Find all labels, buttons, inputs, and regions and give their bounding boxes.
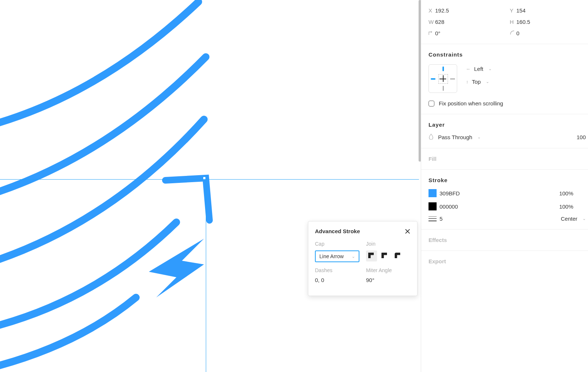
- stroke-title: Stroke: [429, 177, 588, 183]
- h-input[interactable]: 160.5: [516, 19, 538, 25]
- stroke-section: Stroke 309BFD 100% 000000 100% 5 Center⌄: [421, 170, 588, 230]
- export-section: Export: [421, 251, 588, 272]
- opacity-input[interactable]: 100: [577, 134, 586, 140]
- dashes-input[interactable]: 0, 0: [315, 277, 359, 283]
- design-canvas[interactable]: [0, 0, 419, 372]
- rotation-icon: [429, 30, 435, 36]
- y-label: Y: [510, 7, 516, 14]
- stroke-hex-0[interactable]: 309BFD: [440, 190, 460, 196]
- close-icon[interactable]: [405, 228, 410, 234]
- stroke-swatch-1[interactable]: [429, 202, 437, 210]
- popover-title: Advanced Stroke: [315, 228, 360, 234]
- export-title: Export: [429, 258, 588, 264]
- y-input[interactable]: 154: [516, 7, 538, 14]
- stroke-hex-1[interactable]: 000000: [440, 203, 458, 210]
- stroke-opacity-1[interactable]: 100%: [559, 203, 573, 210]
- rotation-input[interactable]: 0°: [435, 30, 457, 36]
- cap-select[interactable]: Line Arrow ⌄: [315, 250, 359, 262]
- inspector-panel: X192.5 Y154 W628 H160.5 0° 0 Constraints: [421, 0, 588, 372]
- selection-guide-vertical: [206, 179, 206, 372]
- stroke-swatch-0[interactable]: [429, 189, 437, 197]
- miter-input[interactable]: 90°: [366, 277, 410, 283]
- join-miter-button[interactable]: [366, 250, 377, 261]
- chevron-down-icon: ⌄: [477, 135, 481, 140]
- stroke-weight-icon: [429, 216, 437, 221]
- stroke-weight-input[interactable]: 5: [440, 216, 442, 222]
- fill-title: Fill: [429, 156, 588, 162]
- constraint-vertical-select[interactable]: ↕Top⌄: [466, 79, 492, 85]
- layer-section: Layer Pass Through⌄ 100: [421, 114, 588, 148]
- constraints-title: Constraints: [429, 51, 588, 58]
- effects-title: Effects: [429, 237, 588, 243]
- canvas-artwork: [0, 0, 419, 372]
- blend-icon: [429, 134, 435, 141]
- x-input[interactable]: 192.5: [435, 7, 457, 14]
- constraints-widget[interactable]: [429, 64, 457, 93]
- effects-section: Effects: [421, 230, 588, 251]
- blend-mode-select[interactable]: Pass Through⌄: [438, 134, 481, 140]
- join-bevel-button[interactable]: [392, 250, 404, 261]
- dashes-label: Dashes: [315, 267, 359, 273]
- stroke-opacity-0[interactable]: 100%: [559, 190, 573, 196]
- constraint-horizontal-select[interactable]: ↔Left⌄: [466, 66, 492, 72]
- transform-section: X192.5 Y154 W628 H160.5 0° 0: [421, 0, 588, 44]
- fill-section: Fill: [421, 148, 588, 170]
- stroke-align-select[interactable]: Center⌄: [561, 216, 586, 222]
- w-label: W: [429, 19, 435, 25]
- radius-input[interactable]: 0: [516, 30, 538, 36]
- selection-guide-horizontal: [0, 179, 419, 180]
- join-round-button[interactable]: [379, 250, 390, 261]
- x-label: X: [429, 7, 435, 14]
- fix-position-label: Fix position when scrolling: [439, 100, 503, 106]
- chevron-down-icon: ⌄: [352, 254, 355, 259]
- chevron-down-icon: ⌄: [486, 79, 489, 84]
- fix-position-checkbox[interactable]: [429, 101, 434, 106]
- selection-handle[interactable]: [203, 177, 206, 180]
- advanced-stroke-popover: Advanced Stroke Cap Line Arrow ⌄ Join: [308, 221, 417, 296]
- constraints-section: Constraints ↔Left⌄ ↕Top⌄ Fix position wh…: [421, 44, 588, 114]
- chevron-down-icon: ⌄: [582, 216, 586, 221]
- radius-icon: [510, 30, 516, 36]
- chevron-down-icon: ⌄: [488, 66, 492, 71]
- miter-label: Miter Angle: [366, 267, 410, 273]
- cap-label: Cap: [315, 241, 359, 247]
- w-input[interactable]: 628: [435, 19, 457, 25]
- join-label: Join: [366, 241, 410, 247]
- h-label: H: [510, 19, 516, 25]
- svg-marker-0: [149, 239, 204, 297]
- layer-title: Layer: [429, 122, 588, 128]
